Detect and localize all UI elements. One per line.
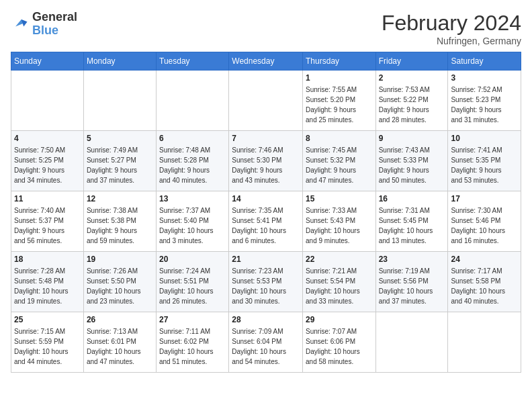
day-info: Sunrise: 7:40 AM Sunset: 5:37 PM Dayligh… [14, 205, 81, 246]
calendar-cell: 20Sunrise: 7:24 AM Sunset: 5:51 PM Dayli… [157, 252, 229, 312]
day-number: 7 [232, 134, 300, 143]
calendar-cell: 9Sunrise: 7:43 AM Sunset: 5:33 PM Daylig… [375, 131, 448, 191]
weekday-header-saturday: Saturday [448, 52, 521, 71]
day-info: Sunrise: 7:37 AM Sunset: 5:40 PM Dayligh… [159, 205, 226, 246]
day-number: 11 [14, 194, 81, 203]
day-number: 4 [14, 134, 81, 143]
calendar-cell: 23Sunrise: 7:19 AM Sunset: 5:56 PM Dayli… [375, 252, 448, 312]
location-label: Nufringen, Germany [382, 36, 521, 46]
calendar-cell [375, 312, 448, 373]
calendar-cell: 16Sunrise: 7:31 AM Sunset: 5:45 PM Dayli… [375, 191, 448, 252]
day-info: Sunrise: 7:35 AM Sunset: 5:41 PM Dayligh… [232, 205, 300, 246]
calendar-cell: 8Sunrise: 7:45 AM Sunset: 5:32 PM Daylig… [303, 131, 376, 191]
day-number: 21 [232, 255, 300, 264]
calendar-table: SundayMondayTuesdayWednesdayThursdayFrid… [11, 52, 521, 373]
page-header: General Blue February 2024 Nufringen, Ge… [11, 11, 521, 46]
day-number: 25 [14, 315, 81, 324]
weekday-header-wednesday: Wednesday [229, 52, 303, 71]
day-info: Sunrise: 7:50 AM Sunset: 5:25 PM Dayligh… [14, 145, 81, 185]
day-info: Sunrise: 7:11 AM Sunset: 6:02 PM Dayligh… [159, 326, 226, 367]
day-info: Sunrise: 7:55 AM Sunset: 5:20 PM Dayligh… [306, 85, 373, 125]
day-info: Sunrise: 7:17 AM Sunset: 5:58 PM Dayligh… [451, 266, 518, 306]
logo: General Blue [11, 11, 77, 38]
calendar-cell: 11Sunrise: 7:40 AM Sunset: 5:37 PM Dayli… [11, 191, 84, 252]
calendar-cell: 27Sunrise: 7:11 AM Sunset: 6:02 PM Dayli… [157, 312, 229, 373]
day-info: Sunrise: 7:45 AM Sunset: 5:32 PM Dayligh… [306, 145, 373, 185]
day-number: 6 [159, 134, 226, 143]
day-info: Sunrise: 7:49 AM Sunset: 5:27 PM Dayligh… [87, 145, 153, 185]
day-info: Sunrise: 7:24 AM Sunset: 5:51 PM Dayligh… [159, 266, 226, 306]
day-number: 12 [87, 194, 153, 203]
day-number: 3 [451, 73, 518, 83]
weekday-header-friday: Friday [375, 52, 448, 71]
day-number: 13 [159, 194, 226, 203]
day-info: Sunrise: 7:33 AM Sunset: 5:43 PM Dayligh… [306, 205, 373, 246]
calendar-cell: 28Sunrise: 7:09 AM Sunset: 6:04 PM Dayli… [229, 312, 303, 373]
calendar-cell: 29Sunrise: 7:07 AM Sunset: 6:06 PM Dayli… [303, 312, 376, 373]
month-year-title: February 2024 [382, 11, 521, 36]
day-number: 27 [159, 315, 226, 324]
day-info: Sunrise: 7:23 AM Sunset: 5:53 PM Dayligh… [232, 266, 300, 306]
calendar-cell: 3Sunrise: 7:52 AM Sunset: 5:23 PM Daylig… [448, 71, 521, 131]
day-info: Sunrise: 7:41 AM Sunset: 5:35 PM Dayligh… [451, 145, 518, 185]
day-info: Sunrise: 7:38 AM Sunset: 5:38 PM Dayligh… [87, 205, 153, 246]
day-info: Sunrise: 7:21 AM Sunset: 5:54 PM Dayligh… [306, 266, 373, 306]
calendar-cell: 21Sunrise: 7:23 AM Sunset: 5:53 PM Dayli… [229, 252, 303, 312]
calendar-cell: 7Sunrise: 7:46 AM Sunset: 5:30 PM Daylig… [229, 131, 303, 191]
calendar-cell [83, 71, 156, 131]
calendar-cell: 13Sunrise: 7:37 AM Sunset: 5:40 PM Dayli… [157, 191, 229, 252]
day-number: 19 [87, 255, 153, 264]
day-number: 28 [232, 315, 300, 324]
day-info: Sunrise: 7:52 AM Sunset: 5:23 PM Dayligh… [451, 85, 518, 125]
day-number: 20 [159, 255, 226, 264]
calendar-cell: 5Sunrise: 7:49 AM Sunset: 5:27 PM Daylig… [83, 131, 156, 191]
calendar-cell: 12Sunrise: 7:38 AM Sunset: 5:38 PM Dayli… [83, 191, 156, 252]
day-number: 5 [87, 134, 153, 143]
logo-icon [11, 15, 30, 34]
day-info: Sunrise: 7:30 AM Sunset: 5:46 PM Dayligh… [451, 205, 518, 246]
day-number: 16 [379, 194, 445, 203]
calendar-week-row: 4Sunrise: 7:50 AM Sunset: 5:25 PM Daylig… [11, 131, 521, 191]
day-info: Sunrise: 7:28 AM Sunset: 5:48 PM Dayligh… [14, 266, 81, 306]
day-number: 2 [379, 73, 445, 83]
calendar-cell: 25Sunrise: 7:15 AM Sunset: 5:59 PM Dayli… [11, 312, 84, 373]
weekday-header-sunday: Sunday [11, 52, 84, 71]
calendar-cell [157, 71, 229, 131]
calendar-cell: 22Sunrise: 7:21 AM Sunset: 5:54 PM Dayli… [303, 252, 376, 312]
calendar-cell: 19Sunrise: 7:26 AM Sunset: 5:50 PM Dayli… [83, 252, 156, 312]
calendar-cell: 24Sunrise: 7:17 AM Sunset: 5:58 PM Dayli… [448, 252, 521, 312]
day-info: Sunrise: 7:07 AM Sunset: 6:06 PM Dayligh… [306, 326, 373, 367]
day-info: Sunrise: 7:48 AM Sunset: 5:28 PM Dayligh… [159, 145, 226, 185]
weekday-header-monday: Monday [83, 52, 156, 71]
weekday-header-tuesday: Tuesday [157, 52, 229, 71]
calendar-week-row: 11Sunrise: 7:40 AM Sunset: 5:37 PM Dayli… [11, 191, 521, 252]
day-info: Sunrise: 7:46 AM Sunset: 5:30 PM Dayligh… [232, 145, 300, 185]
weekday-header-thursday: Thursday [303, 52, 376, 71]
calendar-cell: 14Sunrise: 7:35 AM Sunset: 5:41 PM Dayli… [229, 191, 303, 252]
weekday-header-row: SundayMondayTuesdayWednesdayThursdayFrid… [11, 52, 521, 71]
day-number: 26 [87, 315, 153, 324]
day-info: Sunrise: 7:19 AM Sunset: 5:56 PM Dayligh… [379, 266, 445, 306]
day-number: 17 [451, 194, 518, 203]
calendar-week-row: 25Sunrise: 7:15 AM Sunset: 5:59 PM Dayli… [11, 312, 521, 373]
title-block: February 2024 Nufringen, Germany [382, 11, 521, 46]
day-number: 18 [14, 255, 81, 264]
day-number: 1 [306, 73, 373, 83]
calendar-cell: 15Sunrise: 7:33 AM Sunset: 5:43 PM Dayli… [303, 191, 376, 252]
day-number: 15 [306, 194, 373, 203]
day-number: 24 [451, 255, 518, 264]
calendar-cell: 26Sunrise: 7:13 AM Sunset: 6:01 PM Dayli… [83, 312, 156, 373]
day-info: Sunrise: 7:53 AM Sunset: 5:22 PM Dayligh… [379, 85, 445, 125]
calendar-cell: 6Sunrise: 7:48 AM Sunset: 5:28 PM Daylig… [157, 131, 229, 191]
calendar-cell: 2Sunrise: 7:53 AM Sunset: 5:22 PM Daylig… [375, 71, 448, 131]
day-info: Sunrise: 7:31 AM Sunset: 5:45 PM Dayligh… [379, 205, 445, 246]
day-number: 9 [379, 134, 445, 143]
calendar-cell: 1Sunrise: 7:55 AM Sunset: 5:20 PM Daylig… [303, 71, 376, 131]
day-number: 23 [379, 255, 445, 264]
day-number: 14 [232, 194, 300, 203]
day-number: 8 [306, 134, 373, 143]
day-info: Sunrise: 7:09 AM Sunset: 6:04 PM Dayligh… [232, 326, 300, 367]
day-number: 10 [451, 134, 518, 143]
calendar-week-row: 18Sunrise: 7:28 AM Sunset: 5:48 PM Dayli… [11, 252, 521, 312]
day-number: 22 [306, 255, 373, 264]
